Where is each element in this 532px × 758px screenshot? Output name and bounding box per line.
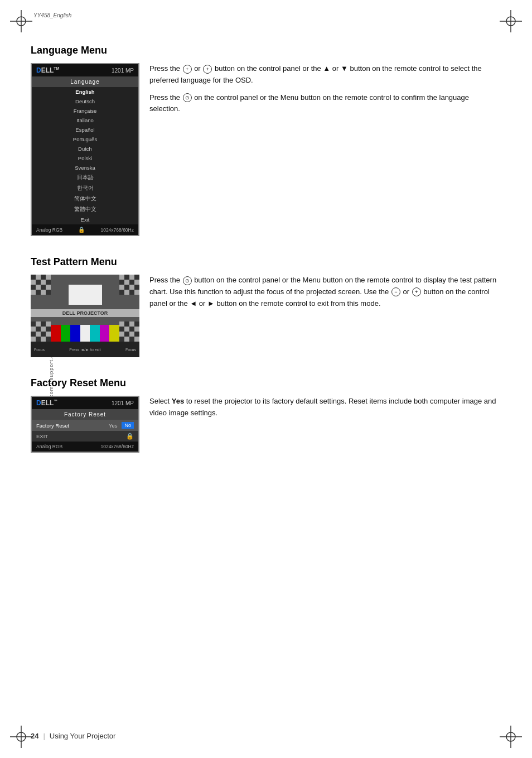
svg-rect-20: [31, 285, 36, 290]
language-menu-title: Language Menu: [31, 45, 501, 56]
checker-tl: [31, 275, 51, 295]
list-item: 한국어: [32, 183, 138, 194]
svg-rect-18: [41, 280, 46, 285]
svg-rect-48: [31, 327, 36, 332]
test-pattern-bar: Focus Press ◄/► to exit Focus: [31, 342, 139, 357]
osd-header: DELLTM 1201 MP: [32, 64, 138, 76]
factory-yes-option: Yes: [109, 423, 118, 429]
list-item: 简体中文: [32, 194, 138, 204]
list-item: 日本語: [32, 172, 138, 183]
svg-rect-37: [124, 285, 129, 290]
svg-rect-70: [129, 332, 134, 337]
down-button-icon: +: [203, 65, 212, 74]
bar-cyan: [90, 325, 100, 342]
osd-language-list: English Deutsch Française Italiano Españ…: [32, 87, 138, 224]
list-item: Português: [32, 135, 138, 144]
svg-rect-64: [119, 327, 124, 332]
svg-rect-73: [124, 337, 129, 342]
factory-footer-right: 1024x768/60Hz: [100, 444, 134, 449]
list-item: Deutsch: [32, 97, 138, 106]
checker-bl: [31, 322, 51, 342]
language-desc-p2: Press the ⊙ on the control panel or the …: [149, 92, 501, 116]
list-item: Italiano: [32, 116, 138, 125]
focus-left: Focus: [34, 348, 45, 352]
factory-osd-brand: DELL™: [36, 399, 57, 407]
factory-exit-label: Exit: [36, 433, 48, 439]
factory-reset-desc: Select Yes to reset the projector to its…: [149, 396, 501, 419]
svg-rect-13: [36, 275, 41, 280]
bar-text: Press ◄/► to exit: [69, 348, 100, 352]
svg-rect-45: [36, 322, 41, 327]
bar-blue: [70, 325, 80, 342]
list-item: English: [32, 87, 138, 97]
list-item: Française: [32, 106, 138, 116]
factory-reset-osd: DELL™ 1201 MP Factory Reset Factory Rese…: [31, 396, 139, 453]
factory-reset-description: Select Yes to reset the projector to its…: [149, 396, 501, 425]
osd-model: 1201 MP: [112, 68, 134, 74]
svg-rect-41: [124, 290, 129, 295]
svg-rect-72: [119, 337, 124, 342]
list-item: Svenska: [32, 163, 138, 172]
svg-rect-57: [36, 337, 41, 342]
bar-magenta: [100, 325, 110, 342]
svg-rect-27: [46, 290, 51, 295]
svg-rect-44: [31, 322, 36, 327]
list-item: Exit: [32, 215, 138, 224]
list-item: 繁體中文: [32, 204, 138, 215]
svg-rect-22: [41, 285, 46, 290]
crosshair-top-right: [500, 10, 522, 32]
svg-rect-23: [46, 285, 51, 290]
osd-footer: Analog RGB 🔒 1024x768/60Hz: [32, 224, 138, 235]
language-menu-section: DELLTM 1201 MP Language English Deutsch …: [31, 63, 501, 236]
svg-rect-26: [41, 290, 46, 295]
svg-rect-39: [134, 285, 139, 290]
language-osd: DELLTM 1201 MP Language English Deutsch …: [31, 63, 139, 236]
svg-rect-46: [41, 322, 46, 327]
factory-osd-section: Factory Reset: [32, 409, 138, 420]
page-number: 24: [31, 732, 38, 740]
svg-rect-15: [46, 275, 51, 280]
bar-yellow: [109, 325, 119, 342]
svg-rect-50: [41, 327, 46, 332]
main-content: Language Menu DELLTM 1201 MP Language En…: [31, 45, 501, 473]
factory-reset-menu-title: Factory Reset Menu: [31, 377, 501, 389]
test-pattern-description: Press the ⊙ button on the control panel …: [149, 275, 501, 315]
lock-icon: 🔒: [78, 227, 85, 233]
svg-rect-66: [129, 327, 134, 332]
svg-rect-43: [134, 290, 139, 295]
osd-footer-right: 1024x768/60Hz: [100, 227, 134, 233]
svg-rect-71: [134, 332, 139, 337]
test-pattern-menu-title: Test Pattern Menu: [31, 256, 501, 268]
svg-rect-54: [41, 332, 46, 337]
factory-exit-row: Exit 🔒: [32, 431, 138, 442]
svg-rect-47: [46, 322, 51, 327]
svg-rect-16: [31, 280, 36, 285]
test-pattern-image: DELL PROJECTOR Focus Press ◄/► to exit F…: [31, 275, 139, 357]
test-pattern-desc-p1: Press the ⊙ button on the control panel …: [149, 275, 501, 309]
language-menu-description: Press the + or + button on the control p…: [149, 63, 501, 121]
svg-rect-74: [129, 337, 134, 342]
factory-row-label: Factory Reset: [36, 423, 69, 429]
footer-separator: |: [43, 732, 45, 740]
bar-white: [80, 325, 90, 342]
language-desc-p1: Press the + or + button on the control p…: [149, 63, 501, 87]
svg-rect-12: [31, 275, 36, 280]
crosshair-top-left: [10, 10, 32, 32]
factory-footer-left: Analog RGB: [36, 444, 62, 449]
list-item: Polski: [32, 153, 138, 163]
factory-reset-row: Factory Reset Yes No: [32, 420, 138, 431]
test-pattern-inner: DELL PROJECTOR Focus Press ◄/► to exit F…: [31, 275, 139, 357]
crosshair-bottom-left: [10, 726, 32, 748]
svg-rect-65: [124, 327, 129, 332]
svg-rect-35: [134, 280, 139, 285]
up-button-icon: +: [183, 65, 192, 74]
checker-br: [119, 322, 139, 342]
svg-rect-60: [119, 322, 124, 327]
svg-rect-28: [119, 275, 124, 280]
svg-rect-21: [36, 285, 41, 290]
factory-reset-section: DELL™ 1201 MP Factory Reset Factory Rese…: [31, 396, 501, 453]
svg-rect-59: [46, 337, 51, 342]
projector-label: DELL PROJECTOR: [31, 309, 139, 317]
svg-rect-53: [36, 332, 41, 337]
list-item: Dutch: [32, 144, 138, 153]
